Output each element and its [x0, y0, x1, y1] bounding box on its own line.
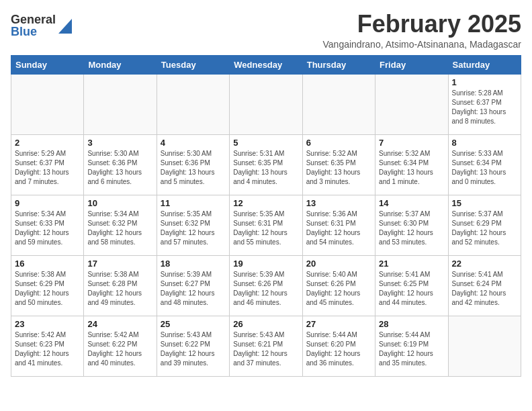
calendar-day-cell: 5Sunrise: 5:31 AM Sunset: 6:35 PM Daylig… — [230, 134, 302, 195]
day-info: Sunrise: 5:32 AM Sunset: 6:34 PM Dayligh… — [379, 149, 444, 187]
logo-icon — [57, 16, 72, 34]
calendar-day-cell — [157, 74, 229, 134]
calendar-day-cell: 21Sunrise: 5:41 AM Sunset: 6:25 PM Dayli… — [375, 255, 448, 316]
calendar-day-cell: 12Sunrise: 5:35 AM Sunset: 6:31 PM Dayli… — [230, 195, 302, 255]
day-number: 9 — [15, 198, 80, 208]
day-number: 21 — [379, 259, 444, 269]
logo-blue-text: Blue — [11, 26, 56, 38]
calendar-day-cell — [84, 74, 157, 134]
weekday-header-tuesday: Tuesday — [157, 55, 229, 74]
calendar-day-cell — [11, 74, 84, 134]
day-info: Sunrise: 5:39 AM Sunset: 6:27 PM Dayligh… — [161, 270, 226, 308]
day-number: 2 — [15, 138, 80, 148]
day-info: Sunrise: 5:43 AM Sunset: 6:21 PM Dayligh… — [233, 330, 298, 368]
calendar-day-cell: 19Sunrise: 5:39 AM Sunset: 6:26 PM Dayli… — [230, 255, 302, 316]
day-info: Sunrise: 5:30 AM Sunset: 6:36 PM Dayligh… — [87, 149, 152, 187]
day-info: Sunrise: 5:32 AM Sunset: 6:35 PM Dayligh… — [306, 149, 371, 187]
calendar-day-cell: 2Sunrise: 5:29 AM Sunset: 6:37 PM Daylig… — [11, 134, 84, 195]
calendar-day-cell — [448, 316, 521, 376]
calendar-day-cell — [375, 74, 448, 134]
day-number: 25 — [161, 319, 226, 329]
calendar-day-cell: 3Sunrise: 5:30 AM Sunset: 6:36 PM Daylig… — [84, 134, 157, 195]
day-number: 15 — [452, 198, 517, 208]
calendar-day-cell: 20Sunrise: 5:40 AM Sunset: 6:26 PM Dayli… — [302, 255, 375, 316]
day-number: 22 — [452, 259, 517, 269]
day-info: Sunrise: 5:37 AM Sunset: 6:30 PM Dayligh… — [379, 210, 444, 247]
calendar-day-cell: 7Sunrise: 5:32 AM Sunset: 6:34 PM Daylig… — [375, 134, 448, 195]
calendar-day-cell: 27Sunrise: 5:44 AM Sunset: 6:20 PM Dayli… — [302, 316, 375, 376]
day-info: Sunrise: 5:41 AM Sunset: 6:25 PM Dayligh… — [379, 270, 444, 308]
calendar-table: SundayMondayTuesdayWednesdayThursdayFrid… — [11, 55, 521, 377]
day-info: Sunrise: 5:44 AM Sunset: 6:20 PM Dayligh… — [306, 330, 371, 368]
calendar-day-cell: 14Sunrise: 5:37 AM Sunset: 6:30 PM Dayli… — [375, 195, 448, 255]
calendar-day-cell: 25Sunrise: 5:43 AM Sunset: 6:22 PM Dayli… — [157, 316, 229, 376]
calendar-week-row: 23Sunrise: 5:42 AM Sunset: 6:23 PM Dayli… — [11, 316, 521, 376]
day-info: Sunrise: 5:42 AM Sunset: 6:22 PM Dayligh… — [87, 330, 152, 368]
day-number: 24 — [87, 319, 152, 329]
calendar-day-cell: 11Sunrise: 5:35 AM Sunset: 6:32 PM Dayli… — [157, 195, 229, 255]
day-info: Sunrise: 5:38 AM Sunset: 6:29 PM Dayligh… — [15, 270, 80, 308]
day-info: Sunrise: 5:36 AM Sunset: 6:31 PM Dayligh… — [306, 210, 371, 247]
day-number: 12 — [233, 198, 298, 208]
day-number: 7 — [379, 138, 444, 148]
day-number: 14 — [379, 198, 444, 208]
day-number: 11 — [161, 198, 226, 208]
calendar-day-cell: 6Sunrise: 5:32 AM Sunset: 6:35 PM Daylig… — [302, 134, 375, 195]
location-title: Vangaindrano, Atsimo-Atsinanana, Madagas… — [323, 39, 521, 50]
day-number: 10 — [87, 198, 152, 208]
day-number: 26 — [233, 319, 298, 329]
month-title: February 2025 — [323, 11, 521, 38]
day-info: Sunrise: 5:40 AM Sunset: 6:26 PM Dayligh… — [306, 270, 371, 308]
calendar-day-cell: 13Sunrise: 5:36 AM Sunset: 6:31 PM Dayli… — [302, 195, 375, 255]
svg-marker-0 — [58, 19, 72, 34]
day-number: 27 — [306, 319, 371, 329]
day-info: Sunrise: 5:43 AM Sunset: 6:22 PM Dayligh… — [161, 330, 226, 368]
day-number: 4 — [161, 138, 226, 148]
calendar-day-cell: 10Sunrise: 5:34 AM Sunset: 6:32 PM Dayli… — [84, 195, 157, 255]
page-header: General Blue February 2025 Vangaindrano,… — [11, 11, 521, 50]
logo-general-text: General — [11, 13, 56, 26]
calendar-week-row: 2Sunrise: 5:29 AM Sunset: 6:37 PM Daylig… — [11, 134, 521, 195]
calendar-day-cell: 24Sunrise: 5:42 AM Sunset: 6:22 PM Dayli… — [84, 316, 157, 376]
calendar-day-cell — [230, 74, 302, 134]
calendar-day-cell: 16Sunrise: 5:38 AM Sunset: 6:29 PM Dayli… — [11, 255, 84, 316]
day-number: 13 — [306, 198, 371, 208]
day-info: Sunrise: 5:35 AM Sunset: 6:32 PM Dayligh… — [161, 210, 226, 247]
day-info: Sunrise: 5:41 AM Sunset: 6:24 PM Dayligh… — [452, 270, 517, 308]
day-number: 16 — [15, 259, 80, 269]
calendar-day-cell: 4Sunrise: 5:30 AM Sunset: 6:36 PM Daylig… — [157, 134, 229, 195]
day-number: 28 — [379, 319, 444, 329]
calendar-day-cell: 18Sunrise: 5:39 AM Sunset: 6:27 PM Dayli… — [157, 255, 229, 316]
calendar-day-cell: 1Sunrise: 5:28 AM Sunset: 6:37 PM Daylig… — [448, 74, 521, 134]
weekday-header-friday: Friday — [375, 55, 448, 74]
calendar-day-cell: 9Sunrise: 5:34 AM Sunset: 6:33 PM Daylig… — [11, 195, 84, 255]
calendar-week-row: 1Sunrise: 5:28 AM Sunset: 6:37 PM Daylig… — [11, 74, 521, 134]
calendar-week-row: 9Sunrise: 5:34 AM Sunset: 6:33 PM Daylig… — [11, 195, 521, 255]
day-number: 5 — [233, 138, 298, 148]
day-number: 18 — [161, 259, 226, 269]
weekday-header-row: SundayMondayTuesdayWednesdayThursdayFrid… — [11, 55, 521, 74]
weekday-header-thursday: Thursday — [302, 55, 375, 74]
title-block: February 2025 Vangaindrano, Atsimo-Atsin… — [323, 11, 521, 50]
day-number: 1 — [452, 77, 517, 87]
day-number: 6 — [306, 138, 371, 148]
weekday-header-sunday: Sunday — [11, 55, 84, 74]
calendar-week-row: 16Sunrise: 5:38 AM Sunset: 6:29 PM Dayli… — [11, 255, 521, 316]
calendar-day-cell: 26Sunrise: 5:43 AM Sunset: 6:21 PM Dayli… — [230, 316, 302, 376]
calendar-day-cell — [302, 74, 375, 134]
day-info: Sunrise: 5:31 AM Sunset: 6:35 PM Dayligh… — [233, 149, 298, 187]
weekday-header-saturday: Saturday — [448, 55, 521, 74]
day-number: 20 — [306, 259, 371, 269]
day-info: Sunrise: 5:42 AM Sunset: 6:23 PM Dayligh… — [15, 330, 80, 368]
calendar-day-cell: 17Sunrise: 5:38 AM Sunset: 6:28 PM Dayli… — [84, 255, 157, 316]
calendar-day-cell: 15Sunrise: 5:37 AM Sunset: 6:29 PM Dayli… — [448, 195, 521, 255]
day-info: Sunrise: 5:37 AM Sunset: 6:29 PM Dayligh… — [452, 210, 517, 247]
day-number: 23 — [15, 319, 80, 329]
calendar-day-cell: 8Sunrise: 5:33 AM Sunset: 6:34 PM Daylig… — [448, 134, 521, 195]
logo: General Blue — [11, 13, 72, 38]
day-number: 19 — [233, 259, 298, 269]
calendar-day-cell: 22Sunrise: 5:41 AM Sunset: 6:24 PM Dayli… — [448, 255, 521, 316]
day-number: 3 — [87, 138, 152, 148]
day-info: Sunrise: 5:34 AM Sunset: 6:33 PM Dayligh… — [15, 210, 80, 247]
weekday-header-monday: Monday — [84, 55, 157, 74]
